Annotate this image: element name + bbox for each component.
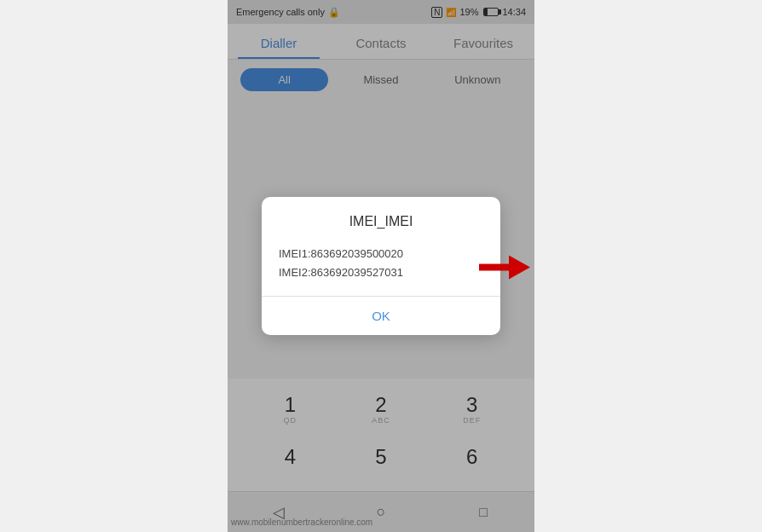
dialog-box: IMEI_IMEI IMEI1:863692039500020 IMEI2:86… [262, 197, 500, 335]
dialog-btn-row: OK [279, 297, 483, 335]
imei2-text: IMEI2:863692039527031 [279, 266, 403, 279]
dialog-ok-button[interactable]: OK [338, 297, 424, 335]
svg-marker-0 [479, 255, 530, 279]
dialog-overlay: IMEI_IMEI IMEI1:863692039500020 IMEI2:86… [228, 0, 534, 532]
imei1-text: IMEI1:863692039500020 [279, 247, 403, 260]
dialog-content: IMEI1:863692039500020 IMEI2:863692039527… [279, 245, 483, 296]
red-arrow-icon [479, 253, 530, 286]
dialog-title: IMEI_IMEI [279, 214, 483, 229]
